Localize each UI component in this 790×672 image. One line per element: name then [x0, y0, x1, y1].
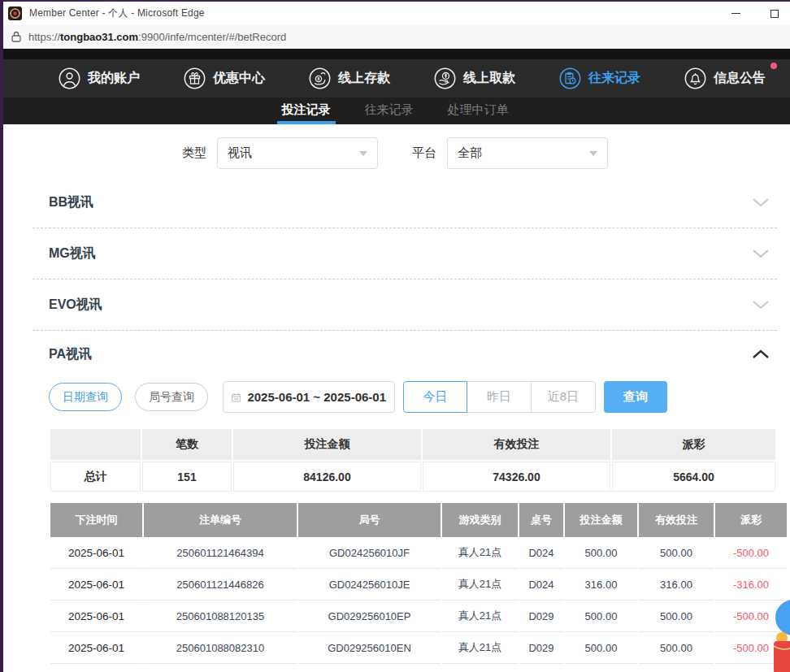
platform-select[interactable]: 全部 [447, 137, 608, 169]
summary-table: 笔数投注金额有效投注派彩 总计15184126.0074326.005664.0… [49, 427, 777, 493]
game-sections: BB视讯 MG视讯 EVO视讯 PA视讯 [33, 177, 777, 378]
lock-icon [11, 31, 21, 42]
date-query-button[interactable]: 日期查询 [49, 383, 122, 411]
user-icon [59, 67, 80, 89]
section-bb-video[interactable]: BB视讯 [33, 177, 777, 228]
table-row: 2025-06-01250601121446826GD024256010JE真人… [50, 569, 787, 600]
table-row [50, 664, 787, 672]
summary-header-cell: 派彩 [612, 429, 775, 460]
calendar-icon [232, 391, 241, 404]
bell-icon [684, 67, 706, 89]
bet-table: 下注时间注单编号局号游戏类别桌号投注金额有效投注派彩 2025-06-01250… [49, 503, 788, 672]
round-query-button[interactable]: 局号查询 [135, 383, 208, 411]
date-range-input[interactable]: 2025-06-01 ~ 2025-06-01 [223, 381, 395, 413]
nav-item-promotions[interactable]: 优惠中心 [184, 67, 265, 89]
promo-float-button[interactable] [772, 631, 790, 672]
bet-cell: D024 [519, 537, 563, 569]
bet-cell: 真人21点 [442, 600, 518, 632]
bet-header-cell: 投注金额 [565, 503, 637, 537]
bet-cell [639, 664, 714, 672]
bet-header-row: 下注时间注单编号局号游戏类别桌号投注金额有效投注派彩 [50, 503, 787, 537]
minimize-button[interactable] [730, 8, 741, 20]
summary-header-cell [50, 429, 141, 460]
nav-item-deposit[interactable]: 线上存款 [309, 67, 390, 89]
bet-cell: D024 [519, 569, 563, 600]
summary-cell: 151 [142, 462, 232, 492]
nav-item-my-account[interactable]: 我的账户 [59, 67, 140, 89]
bet-cell: 250601088120135 [144, 600, 297, 632]
bet-header-cell: 局号 [298, 503, 441, 537]
yesterday-button[interactable]: 昨日 [467, 381, 532, 413]
bet-cell: -316.00 [715, 569, 787, 600]
bet-cell [298, 664, 441, 672]
bet-cell: GD024256010JE [298, 569, 441, 600]
nav-item-transaction-records[interactable]: 往来记录 [559, 67, 640, 89]
summary-cell: 74326.00 [423, 462, 610, 492]
platform-filter-label: 平台 [412, 145, 436, 161]
summary-cell: 84126.00 [233, 462, 421, 492]
window-border-left [0, 0, 3, 672]
bet-header-cell: 下注时间 [50, 503, 142, 537]
bet-cell: 500.00 [565, 600, 637, 632]
bet-cell: GD029256010EN [298, 632, 441, 664]
bet-cell: 2025-06-01 [50, 600, 142, 632]
section-evo-video[interactable]: EVO视讯 [33, 280, 777, 331]
main-navigation: 我的账户 优惠中心 线上存款 线上取款 [0, 59, 790, 98]
maximize-icon [770, 10, 779, 18]
maximize-button[interactable] [769, 8, 780, 20]
type-select[interactable]: 视讯 [217, 137, 378, 169]
bet-cell: 真人21点 [442, 537, 518, 569]
window-border-top [0, 0, 790, 2]
bet-cell [50, 664, 142, 672]
tab-transaction-records[interactable]: 往来记录 [365, 102, 414, 124]
tab-pending-orders[interactable]: 处理中订单 [448, 102, 509, 124]
bet-cell: GD029256010EP [298, 600, 441, 632]
summary-header-cell: 笔数 [142, 429, 232, 460]
table-row: 2025-06-01250601088082310GD029256010EN真人… [50, 632, 787, 664]
bet-cell: 250601121446826 [144, 569, 297, 600]
bet-header-cell: 有效投注 [639, 503, 714, 537]
bet-cell: 真人21点 [442, 632, 518, 664]
summary-header-row: 笔数投注金额有效投注派彩 [50, 429, 775, 460]
address-bar[interactable]: https://tongbao31.com:9900/infe/mcenter/… [0, 25, 790, 49]
bet-cell: D029 [519, 632, 563, 664]
section-mg-video[interactable]: MG视讯 [33, 228, 777, 280]
summary-cell: 5664.00 [612, 462, 775, 492]
chevron-down-icon [753, 301, 777, 310]
chevron-down-icon [753, 249, 777, 258]
gift-icon [184, 67, 206, 89]
bet-cell: 500.00 [639, 600, 714, 632]
table-row: 2025-06-01250601121464394GD024256010JF真人… [50, 537, 787, 569]
summary-total-row: 总计15184126.0074326.005664.00 [50, 462, 775, 492]
bet-cell [565, 664, 637, 672]
today-button[interactable]: 今日 [403, 381, 467, 413]
table-row: 2025-06-01250601088120135GD029256010EP真人… [50, 600, 787, 632]
url-text: https://tongbao31.com:9900/infe/mcenter/… [28, 31, 286, 43]
bet-cell: 250601088082310 [144, 632, 297, 664]
section-pa-video[interactable]: PA视讯 [33, 331, 777, 378]
type-filter-label: 类型 [182, 145, 206, 161]
bet-cell: 500.00 [639, 632, 714, 664]
bet-cell: 2025-06-01 [50, 569, 142, 600]
deposit-icon [309, 67, 331, 89]
search-button[interactable]: 查询 [604, 381, 667, 413]
nav-item-withdraw[interactable]: 线上取款 [434, 67, 515, 89]
bet-cell: 2025-06-01 [50, 537, 142, 569]
bet-cell: D029 [519, 600, 563, 632]
nav-item-announcements[interactable]: 信息公告 [684, 67, 766, 89]
bet-header-cell: 派彩 [715, 503, 787, 537]
last-8-days-button[interactable]: 近8日 [532, 381, 596, 413]
summary-cell: 总计 [50, 462, 141, 492]
pa-query-controls: 日期查询 局号查询 2025-06-01 ~ 2025-06-01 今日 昨日 … [49, 381, 790, 413]
bet-cell: 250601121464394 [144, 537, 297, 569]
bet-cell: 316.00 [565, 569, 637, 600]
bet-cell: 500.00 [639, 537, 714, 569]
bet-cell: -500.00 [715, 537, 787, 569]
bet-cell: GD024256010JF [298, 537, 441, 569]
window-title: Member Center - 个人 - Microsoft Edge [29, 7, 205, 20]
page-top-strip [0, 49, 790, 59]
red-packet-icon [772, 631, 790, 672]
bet-cell [144, 664, 297, 672]
tab-bet-records[interactable]: 投注记录 [282, 102, 331, 124]
sub-navigation: 投注记录 往来记录 处理中订单 [0, 98, 790, 124]
